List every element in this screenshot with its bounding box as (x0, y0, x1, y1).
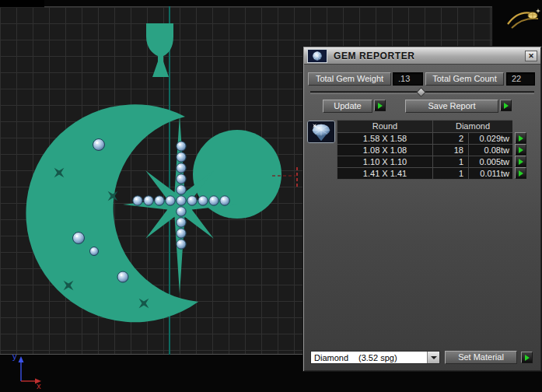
gem-highlight (179, 144, 180, 145)
gem-stone[interactable] (177, 218, 186, 227)
gem-highlight (135, 198, 137, 200)
gem-highlight (179, 187, 180, 189)
gem-stone[interactable] (93, 139, 105, 151)
gem-row-count[interactable]: 1 (433, 168, 468, 179)
material-dropdown[interactable]: Diamond (3.52 spg) (310, 351, 440, 364)
gem-stone[interactable] (155, 196, 164, 205)
gem-highlight (157, 198, 159, 200)
gem-highlight (179, 220, 180, 222)
axis-y-arrow-icon (19, 356, 24, 362)
gem-highlight (121, 274, 123, 276)
total-gem-weight-value[interactable]: .13 (393, 72, 423, 86)
gem-stone[interactable] (177, 152, 186, 162)
gem-stone[interactable] (177, 196, 186, 205)
play-icon (525, 355, 530, 361)
brand-logo-icon (505, 7, 541, 32)
total-gem-count-label: Total Gem Count (425, 72, 504, 86)
gem-highlight (201, 198, 202, 200)
gem-filter-slider[interactable] (310, 91, 534, 94)
gem-stone[interactable] (177, 207, 186, 216)
gem-highlight (179, 209, 180, 211)
gem-row-size[interactable]: 1.10 X 1.10 (337, 156, 432, 167)
gem-stone[interactable] (90, 247, 99, 256)
material-dropdown-value: Diamond (311, 353, 348, 362)
total-gem-weight-label: Total Gem Weight (308, 72, 391, 86)
gem-stone[interactable] (177, 174, 186, 184)
total-gem-count-value[interactable]: 22 (506, 72, 535, 86)
set-material-arrow-button[interactable] (521, 352, 533, 363)
gem-stone[interactable] (209, 196, 219, 205)
gem-stone[interactable] (187, 196, 197, 205)
gem-stone[interactable] (73, 233, 85, 244)
play-icon (519, 159, 523, 165)
gem-highlight (179, 155, 180, 156)
gem-table: Round Diamond 1.58 X 1.58 2 0.029tw 1.08… (337, 120, 512, 180)
save-report-arrow-button[interactable] (500, 100, 512, 111)
play-icon (519, 147, 523, 153)
gem-row-size[interactable]: 1.58 X 1.58 (337, 133, 432, 144)
column-header-round: Round (337, 121, 432, 132)
gem-highlight (168, 198, 170, 200)
gem-stone[interactable] (117, 271, 128, 282)
axis-x-label: x (37, 381, 41, 390)
selection-marker (268, 163, 307, 194)
pendant-model[interactable] (0, 0, 311, 366)
gem-stone[interactable] (177, 163, 186, 173)
gem-highlight (146, 198, 148, 200)
gem-stone[interactable] (177, 185, 186, 194)
panel-title: GEM REPORTER (334, 51, 415, 61)
slider-thumb[interactable] (416, 87, 426, 97)
gem-stone[interactable] (144, 196, 153, 205)
row-arrow-button[interactable] (515, 167, 526, 179)
update-arrow-button[interactable] (374, 100, 386, 111)
gem-stone[interactable] (177, 229, 186, 238)
gem-row-weight[interactable]: 0.011tw (469, 168, 512, 179)
gem-stone[interactable] (177, 240, 186, 249)
save-report-button[interactable]: Save Report (405, 100, 498, 113)
row-arrow-button[interactable] (515, 156, 526, 167)
set-material-button[interactable]: Set Material (445, 351, 517, 364)
gem-row-weight[interactable]: 0.005tw (469, 156, 512, 167)
axis-indicator: y x (6, 350, 47, 390)
gem-highlight (222, 198, 224, 200)
close-button[interactable]: ✕ (525, 51, 537, 61)
play-icon (504, 103, 509, 109)
play-icon (519, 170, 523, 177)
gem-stone[interactable] (166, 196, 175, 205)
bail-shape[interactable] (146, 23, 173, 77)
gem-highlight (179, 166, 180, 167)
axis-y-label: y (12, 352, 17, 361)
row-arrow-button[interactable] (515, 144, 526, 156)
gem-stone[interactable] (198, 196, 208, 205)
gem-stone[interactable] (177, 142, 186, 151)
gem-highlight (179, 177, 180, 178)
gem-highlight (212, 198, 213, 200)
gem-highlight (75, 235, 78, 237)
menu-fragment[interactable] (0, 0, 44, 8)
gem-row-count[interactable]: 1 (433, 156, 468, 167)
gem-row-weight[interactable]: 0.029tw (469, 133, 512, 144)
gem-highlight (179, 198, 180, 200)
gem-highlight (96, 142, 98, 144)
gem-highlight (92, 249, 93, 250)
gem-reporter-panel: GEM REPORTER ✕ Total Gem Weight .13 Tota… (302, 46, 542, 372)
gem-stone[interactable] (220, 196, 229, 205)
panel-titlebar[interactable]: GEM REPORTER ✕ (304, 47, 540, 65)
gem-row-count[interactable]: 18 (433, 145, 468, 156)
column-header-diamond: Diamond (433, 121, 512, 132)
gem-stone[interactable] (133, 196, 142, 205)
material-dropdown-detail: (3.52 spg) (358, 353, 397, 362)
play-icon (378, 103, 383, 109)
gem-highlight (179, 231, 180, 233)
gem-row-count[interactable]: 2 (433, 133, 468, 144)
gem-row-weight[interactable]: 0.08tw (469, 145, 512, 156)
play-icon (519, 135, 523, 142)
update-button[interactable]: Update (323, 100, 372, 113)
gem-row-size[interactable]: 1.08 X 1.08 (337, 145, 432, 156)
gem-row-size[interactable]: 1.41 X 1.41 (337, 168, 432, 179)
row-arrow-button[interactable] (515, 132, 526, 144)
chevron-down-icon (431, 356, 437, 359)
dropdown-arrow-button[interactable] (427, 352, 439, 363)
gem-thumbnail (307, 121, 335, 143)
gem-highlight (179, 242, 180, 243)
